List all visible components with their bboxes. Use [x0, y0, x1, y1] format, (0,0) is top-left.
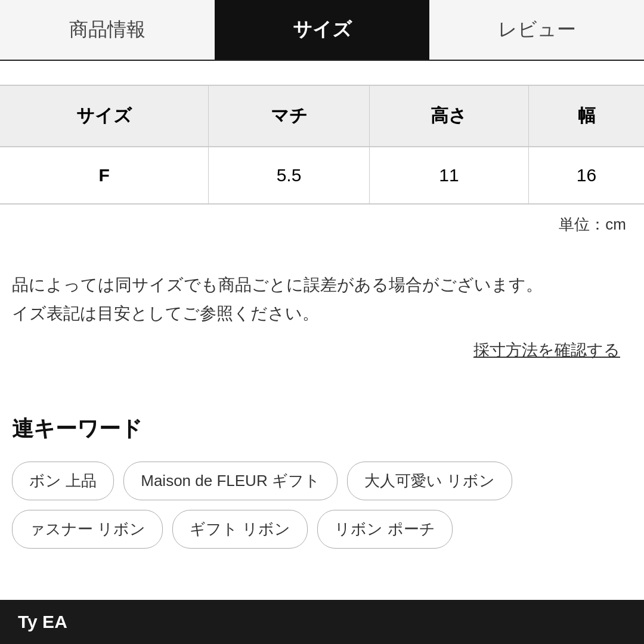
cell-size: F	[0, 147, 209, 204]
col-header-width: 幅	[529, 85, 645, 147]
keywords-title: 連キーワード	[12, 414, 632, 444]
measurement-link[interactable]: 採寸方法を確認する	[473, 341, 620, 359]
size-section: サイズ マチ 高さ 幅 F 5.5 11 16 単位：cm	[0, 61, 644, 253]
keyword-tag[interactable]: リボン ポーチ	[317, 510, 452, 549]
tab-navigation: 商品情報 サイズ レビュー	[0, 0, 644, 61]
keywords-row-1: ボン 上品 Maison de FLEUR ギフト 大人可愛い リボン	[12, 462, 632, 500]
cell-width: 16	[529, 147, 645, 204]
tab-product-info[interactable]: 商品情報	[0, 0, 215, 60]
table-row: F 5.5 11 16	[0, 147, 644, 204]
keyword-tag[interactable]: Maison de FLEUR ギフト	[123, 462, 338, 500]
tab-review[interactable]: レビュー	[429, 0, 644, 60]
notes-line1: 品によっては同サイズでも商品ごとに誤差がある場合がございます。	[12, 275, 543, 294]
keyword-tag[interactable]: ギフト リボン	[172, 510, 308, 549]
notes-section: 品によっては同サイズでも商品ごとに誤差がある場合がございます。 イズ表記は目安と…	[0, 253, 644, 397]
keyword-tag[interactable]: ァスナー リボン	[12, 510, 163, 549]
notes-text: 品によっては同サイズでも商品ごとに誤差がある場合がございます。 イズ表記は目安と…	[12, 271, 632, 327]
bottom-bar-text: Ty EA	[18, 612, 67, 631]
bottom-bar: Ty EA	[0, 600, 644, 644]
tab-size[interactable]: サイズ	[215, 0, 429, 60]
keyword-tag[interactable]: ボン 上品	[12, 462, 114, 500]
col-header-height: 高さ	[369, 85, 528, 147]
measurement-link-container: 採寸方法を確認する	[12, 339, 632, 361]
keywords-section: 連キーワード ボン 上品 Maison de FLEUR ギフト 大人可愛い リ…	[0, 397, 644, 576]
unit-label: 単位：cm	[0, 205, 644, 241]
keywords-row-2: ァスナー リボン ギフト リボン リボン ポーチ	[12, 510, 632, 549]
notes-line2: イズ表記は目安としてご参照ください。	[12, 304, 319, 323]
cell-height: 11	[369, 147, 528, 204]
size-table: サイズ マチ 高さ 幅 F 5.5 11 16	[0, 85, 644, 205]
cell-machi: 5.5	[209, 147, 370, 204]
keyword-tag[interactable]: 大人可愛い リボン	[347, 462, 512, 500]
col-header-machi: マチ	[209, 85, 370, 147]
col-header-size: サイズ	[0, 85, 209, 147]
